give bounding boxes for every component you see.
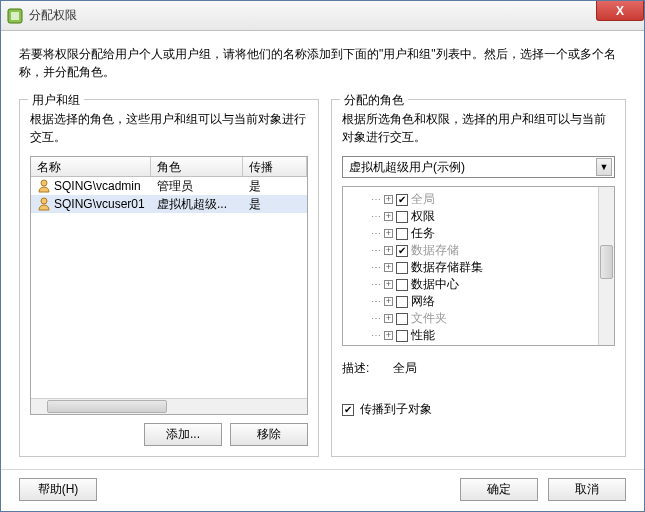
expand-icon[interactable]: + (384, 314, 393, 323)
footer-right: 确定 取消 (460, 478, 626, 501)
assigned-role-panel: 分配的角色 根据所选角色和权限，选择的用户和组可以与当前对象进行交互。 虚拟机超… (331, 99, 626, 457)
checkbox[interactable] (396, 262, 408, 274)
table-body[interactable]: SQING\vcadmin 管理员 是 SQING\vcuser01 (31, 177, 307, 398)
cell-name: SQING\vcuser01 (54, 197, 145, 211)
users-groups-legend: 用户和组 (28, 92, 84, 109)
description-row: 描述: 全局 (342, 360, 615, 377)
svg-rect-1 (11, 12, 19, 20)
expand-icon[interactable]: + (384, 195, 393, 204)
users-table: 名称 角色 传播 SQING\vcadmin 管理员 (30, 156, 308, 415)
content-area: 若要将权限分配给用户个人或用户组，请将他们的名称添加到下面的"用户和组"列表中。… (1, 31, 644, 469)
tree-label: 任务 (411, 225, 435, 242)
tree-connector: ⋯ (371, 296, 381, 307)
assigned-role-legend: 分配的角色 (340, 92, 408, 109)
checkbox[interactable] (396, 279, 408, 291)
checkbox[interactable]: ✔ (396, 194, 408, 206)
checkbox[interactable] (396, 313, 408, 325)
tree-label: 文件夹 (411, 310, 447, 327)
expand-icon[interactable]: + (384, 297, 393, 306)
table-header: 名称 角色 传播 (31, 157, 307, 177)
tree-connector: ⋯ (371, 313, 381, 324)
tree-label: 数据中心 (411, 276, 459, 293)
panels: 用户和组 根据选择的角色，这些用户和组可以与当前对象进行交互。 名称 角色 传播 (19, 99, 626, 457)
table-row[interactable]: SQING\vcadmin 管理员 是 (31, 177, 307, 195)
left-buttons: 添加... 移除 (30, 423, 308, 446)
tree-connector: ⋯ (371, 279, 381, 290)
app-icon (7, 8, 23, 24)
svg-point-2 (41, 180, 47, 186)
propagate-row: ✔ 传播到子对象 (342, 401, 615, 418)
horizontal-scrollbar[interactable] (31, 398, 307, 414)
tree-label: 性能 (411, 327, 435, 344)
ok-button[interactable]: 确定 (460, 478, 538, 501)
expand-icon[interactable]: + (384, 331, 393, 340)
description-value: 全局 (393, 360, 417, 377)
expand-icon[interactable]: + (384, 263, 393, 272)
checkbox[interactable] (396, 296, 408, 308)
users-groups-desc: 根据选择的角色，这些用户和组可以与当前对象进行交互。 (30, 110, 308, 146)
expand-icon[interactable]: + (384, 229, 393, 238)
checkbox[interactable] (396, 330, 408, 342)
tree-item[interactable]: ⋯ + 数据中心 (345, 276, 596, 293)
tree-body[interactable]: ⋯ + ✔ 全局 ⋯ + 权限 ⋯ + (343, 187, 598, 345)
vertical-scrollbar[interactable] (598, 187, 614, 345)
expand-icon[interactable]: + (384, 280, 393, 289)
tree-item[interactable]: ⋯ + 网络 (345, 293, 596, 310)
tree-label: 全局 (411, 191, 435, 208)
scroll-thumb[interactable] (47, 400, 167, 413)
tree-label: 数据存储群集 (411, 259, 483, 276)
tree-connector: ⋯ (371, 194, 381, 205)
remove-button[interactable]: 移除 (230, 423, 308, 446)
cell-propagate: 是 (243, 177, 307, 196)
role-select-value: 虚拟机超级用户(示例) (349, 159, 465, 176)
tree-connector: ⋯ (371, 245, 381, 256)
footer: 帮助(H) 确定 取消 (1, 469, 644, 511)
cell-role: 虚拟机超级... (151, 195, 243, 214)
cancel-button[interactable]: 取消 (548, 478, 626, 501)
col-role[interactable]: 角色 (151, 157, 243, 176)
tree-connector: ⋯ (371, 228, 381, 239)
add-button[interactable]: 添加... (144, 423, 222, 446)
tree-item[interactable]: ⋯ + 性能 (345, 327, 596, 344)
tree-connector: ⋯ (371, 330, 381, 341)
tree-connector: ⋯ (371, 262, 381, 273)
svg-point-3 (41, 198, 47, 204)
checkbox[interactable]: ✔ (396, 245, 408, 257)
window-title: 分配权限 (29, 7, 77, 24)
description-label: 描述: (342, 360, 369, 377)
tree-item[interactable]: ⋯ + ✔ 全局 (345, 191, 596, 208)
privileges-tree: ⋯ + ✔ 全局 ⋯ + 权限 ⋯ + (342, 186, 615, 346)
tree-label: 权限 (411, 208, 435, 225)
dialog-window: 分配权限 X 若要将权限分配给用户个人或用户组，请将他们的名称添加到下面的"用户… (0, 0, 645, 512)
user-icon (37, 179, 51, 193)
tree-item[interactable]: ⋯ + 数据存储群集 (345, 259, 596, 276)
tree-item[interactable]: ⋯ + 权限 (345, 208, 596, 225)
tree-label: 数据存储 (411, 242, 459, 259)
tree-label: 网络 (411, 293, 435, 310)
expand-icon[interactable]: + (384, 246, 393, 255)
close-button[interactable]: X (596, 1, 644, 21)
cell-name: SQING\vcadmin (54, 179, 141, 193)
expand-icon[interactable]: + (384, 212, 393, 221)
user-icon (37, 197, 51, 211)
chevron-down-icon: ▼ (596, 158, 612, 176)
titlebar: 分配权限 X (1, 1, 644, 31)
scroll-thumb[interactable] (600, 245, 613, 279)
close-icon: X (616, 4, 624, 18)
col-name[interactable]: 名称 (31, 157, 151, 176)
tree-item[interactable]: ⋯ + ✔ 数据存储 (345, 242, 596, 259)
checkbox[interactable] (396, 228, 408, 240)
table-row[interactable]: SQING\vcuser01 虚拟机超级... 是 (31, 195, 307, 213)
users-groups-panel: 用户和组 根据选择的角色，这些用户和组可以与当前对象进行交互。 名称 角色 传播 (19, 99, 319, 457)
tree-item[interactable]: ⋯ + 文件夹 (345, 310, 596, 327)
checkbox[interactable] (396, 211, 408, 223)
help-button[interactable]: 帮助(H) (19, 478, 97, 501)
propagate-checkbox[interactable]: ✔ (342, 404, 354, 416)
propagate-label: 传播到子对象 (360, 401, 432, 418)
role-select[interactable]: 虚拟机超级用户(示例) ▼ (342, 156, 615, 178)
intro-text: 若要将权限分配给用户个人或用户组，请将他们的名称添加到下面的"用户和组"列表中。… (19, 45, 626, 81)
assigned-role-desc: 根据所选角色和权限，选择的用户和组可以与当前对象进行交互。 (342, 110, 615, 146)
col-propagate[interactable]: 传播 (243, 157, 307, 176)
tree-item[interactable]: ⋯ + 任务 (345, 225, 596, 242)
cell-propagate: 是 (243, 195, 307, 214)
